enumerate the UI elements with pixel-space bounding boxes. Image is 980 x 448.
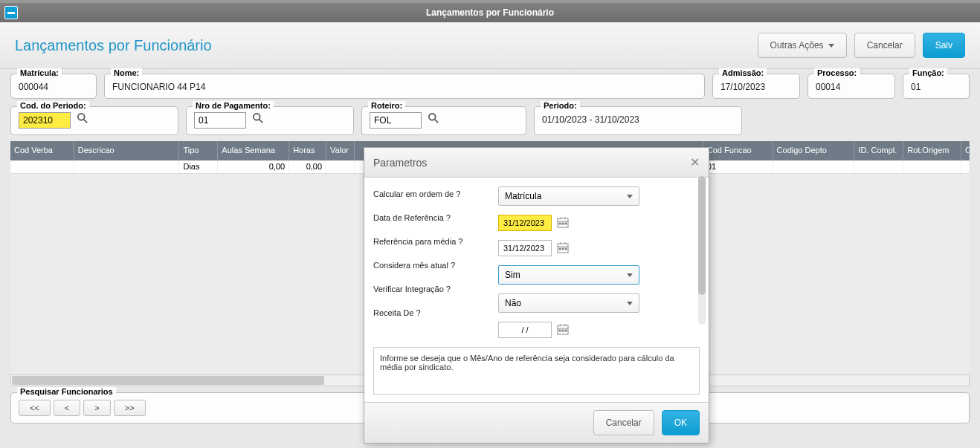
nav-next-button[interactable]: > — [83, 400, 110, 416]
cell-id-compl[interactable] — [854, 160, 903, 173]
outras-acoes-label: Outras Ações — [770, 40, 824, 51]
svg-rect-19 — [565, 248, 567, 250]
processo-value: 00014 — [816, 79, 887, 92]
col-cod-funcao[interactable]: Cod Funcao — [703, 141, 773, 160]
cell-tipo[interactable]: Dias — [179, 160, 218, 173]
svg-line-5 — [435, 120, 438, 123]
periodo-value: 01/10/2023 - 31/10/2023 — [542, 111, 734, 125]
window-title-bar: Lançamentos por Funcionário — [0, 3, 980, 22]
cancelar-label: Cancelar — [867, 40, 903, 51]
svg-rect-26 — [565, 330, 567, 331]
processo-label: Processo: — [814, 68, 860, 77]
svg-point-4 — [429, 114, 436, 120]
page-title: Lançamentos por Funcionário — [15, 37, 212, 54]
nav-last-button[interactable]: >> — [114, 400, 146, 416]
close-icon[interactable]: ✕ — [690, 155, 700, 169]
cell-descricao[interactable] — [74, 160, 180, 173]
scroll-thumb[interactable] — [698, 176, 706, 295]
col-rot-origem[interactable]: Rot.Origem — [903, 141, 961, 160]
chevron-down-icon — [627, 302, 633, 305]
search-icon[interactable] — [76, 111, 89, 125]
search-icon[interactable] — [427, 111, 440, 125]
outras-acoes-button[interactable]: Outras Ações — [758, 33, 847, 58]
calcular-label: Calcular em ordem de ? — [373, 189, 492, 198]
col-aulas[interactable]: Aulas Semana — [218, 141, 289, 160]
calcular-value: Matrícula — [505, 191, 541, 201]
cell-horas[interactable]: 0,00 — [289, 160, 326, 173]
dialog-cancelar-button[interactable]: Cancelar — [593, 410, 654, 435]
funcao-fieldset: Função: 01 — [903, 74, 970, 99]
dialog-header: Parametros ✕ — [364, 148, 709, 178]
col-cod-verba[interactable]: Cod Verba — [10, 141, 74, 160]
admissao-value: 17/10/2023 — [721, 79, 792, 92]
consmes-label: Considera mês atual ? — [373, 261, 492, 270]
dataref-input[interactable]: 31/12/2023 — [498, 215, 552, 231]
matricula-fieldset: Matrícula: 000044 — [10, 74, 97, 99]
svg-point-2 — [254, 114, 260, 120]
cell-valor[interactable] — [326, 160, 355, 173]
nro-pag-fieldset: Nro de Pagamento: 01 — [186, 106, 354, 135]
svg-rect-18 — [562, 248, 564, 250]
svg-rect-10 — [559, 223, 561, 224]
svg-rect-24 — [559, 330, 561, 331]
verifint-select[interactable]: Não — [498, 293, 639, 313]
nav-first-button[interactable]: << — [19, 400, 51, 416]
dialog-title: Parametros — [373, 157, 427, 169]
nav-prev-button[interactable]: < — [54, 400, 80, 416]
cell-aulas[interactable]: 0,00 — [218, 160, 289, 173]
periodo-fieldset: Periodo: 01/10/2023 - 31/10/2023 — [534, 106, 742, 135]
dataref-label: Data de Referência ? — [373, 213, 492, 222]
calcular-select[interactable]: Matrícula — [498, 186, 639, 206]
col-last[interactable]: C — [961, 141, 970, 160]
cell-rot-origem[interactable] — [903, 160, 961, 173]
col-horas[interactable]: Horas — [289, 141, 326, 160]
calendar-icon[interactable] — [556, 323, 570, 337]
cell-cod-verba[interactable] — [10, 160, 74, 173]
cancelar-button[interactable]: Cancelar — [854, 33, 915, 58]
col-id-compl[interactable]: ID. Compl. — [854, 141, 903, 160]
svg-rect-25 — [562, 330, 564, 331]
col-valor[interactable]: Valor — [326, 141, 355, 160]
refmedia-input[interactable]: 31/12/2023 — [498, 240, 552, 256]
calendar-icon[interactable] — [556, 216, 570, 230]
search-icon[interactable] — [251, 111, 265, 125]
cod-periodo-fieldset: Cod. do Periodo: 202310 — [10, 106, 178, 135]
funcao-value: 01 — [911, 79, 961, 92]
nome-label: Nome: — [111, 68, 142, 77]
col-cod-depto[interactable]: Codigo Depto — [773, 141, 855, 160]
chevron-down-icon — [828, 44, 834, 48]
svg-line-3 — [259, 120, 262, 123]
admissao-fieldset: Admissão: 17/10/2023 — [712, 74, 800, 99]
svg-line-1 — [84, 120, 87, 123]
verifint-value: Não — [505, 298, 521, 308]
dialog-cancelar-label: Cancelar — [606, 418, 642, 428]
cod-periodo-label: Cod. do Periodo: — [17, 101, 89, 110]
matricula-value: 000044 — [19, 79, 88, 92]
receita-label: Receita De ? — [373, 308, 492, 317]
cod-periodo-input[interactable]: 202310 — [19, 112, 71, 129]
col-descricao[interactable]: Descricao — [74, 141, 180, 160]
svg-point-0 — [78, 114, 85, 120]
cell-last[interactable] — [961, 160, 970, 173]
verifint-label: Verificar Integração ? — [373, 285, 492, 293]
periodo-label: Periodo: — [541, 101, 580, 110]
calendar-icon[interactable] — [556, 241, 570, 255]
consmes-select[interactable]: Sim — [498, 265, 639, 285]
matricula-label: Matrícula: — [17, 68, 62, 77]
roteiro-input[interactable]: FOL — [370, 112, 422, 129]
cell-cod-funcao[interactable]: 01 — [703, 160, 773, 173]
funcao-label: Função: — [909, 68, 947, 77]
cell-cod-depto[interactable] — [773, 160, 855, 173]
chevron-down-icon — [627, 273, 633, 277]
nro-pag-input[interactable]: 01 — [194, 112, 246, 129]
nome-value: FUNCIONARIO 44 P14 — [112, 79, 697, 92]
scroll-thumb[interactable] — [12, 376, 324, 385]
receita-input[interactable]: / / — [498, 322, 552, 338]
nome-fieldset: Nome: FUNCIONARIO 44 P14 — [104, 74, 705, 99]
svg-rect-12 — [565, 223, 567, 224]
col-tipo[interactable]: Tipo — [179, 141, 218, 160]
salvar-button[interactable]: Salv — [923, 33, 965, 58]
dialog-ok-button[interactable]: OK — [662, 410, 700, 435]
window-title: Lançamentos por Funcionário — [0, 7, 980, 18]
dialog-scrollbar[interactable] — [698, 176, 706, 325]
